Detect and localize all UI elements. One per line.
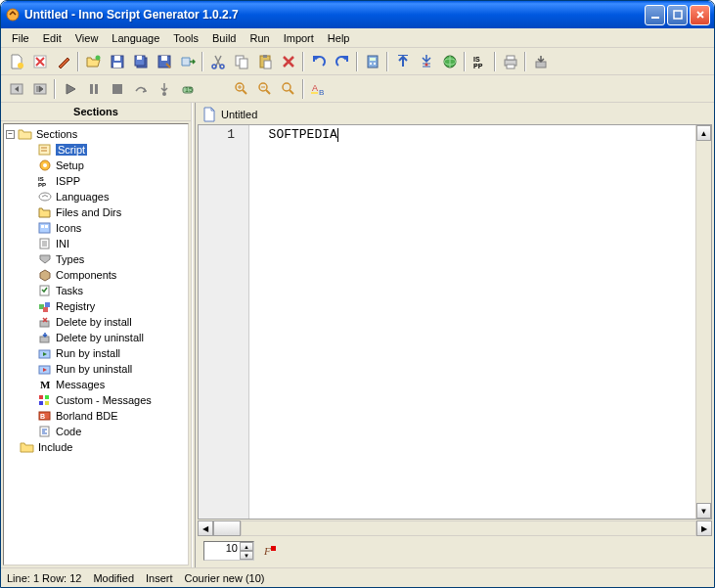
tree-item-files-and-dirs[interactable]: Files and Dirs: [6, 204, 186, 220]
tree-item-code[interactable]: Code: [6, 424, 186, 439]
step-into-icon[interactable]: [153, 78, 175, 100]
tree-item-delete-by-install[interactable]: Delete by install: [6, 314, 186, 330]
export-icon[interactable]: [176, 51, 199, 72]
undo-icon[interactable]: [307, 51, 330, 72]
app-icon: [5, 7, 21, 23]
tree-item-borland-bde[interactable]: BBorland BDE: [6, 408, 186, 424]
scroll-down-icon[interactable]: ▼: [696, 503, 711, 519]
print-icon[interactable]: [153, 51, 175, 72]
svg-rect-1: [651, 17, 659, 19]
tree-item-ispp[interactable]: ISPPISPP: [6, 173, 186, 189]
menu-help[interactable]: Help: [321, 30, 357, 46]
tree-root-include[interactable]: Include: [6, 439, 186, 455]
menu-build[interactable]: Build: [205, 30, 243, 46]
tree-item-icons[interactable]: Icons: [6, 220, 186, 236]
splitter[interactable]: [192, 103, 196, 567]
menu-tools[interactable]: Tools: [166, 30, 205, 46]
code-editor[interactable]: 1 SOFTPEDIA ▲ ▼: [198, 124, 712, 520]
cancel-icon[interactable]: [28, 51, 51, 72]
vertical-scrollbar[interactable]: ▲ ▼: [695, 125, 711, 519]
redo-icon[interactable]: [331, 51, 353, 72]
zoom-out-icon[interactable]: [253, 78, 276, 100]
step-icon[interactable]: [28, 78, 51, 100]
rewind-icon[interactable]: [5, 78, 27, 100]
tree-item-run-by-install[interactable]: Run by install: [6, 345, 186, 361]
menu-edit[interactable]: Edit: [36, 30, 68, 46]
brush-icon[interactable]: [52, 51, 74, 72]
svg-rect-32: [507, 56, 514, 60]
tree-item-custom-messages[interactable]: Custom - Messages: [6, 392, 186, 408]
tree-label: Borland BDE: [56, 410, 118, 422]
scroll-left-icon[interactable]: ◀: [198, 520, 213, 536]
menu-run[interactable]: Run: [243, 30, 276, 46]
collapse-icon[interactable]: −: [6, 130, 15, 139]
scroll-up-icon[interactable]: ▲: [696, 125, 711, 141]
printer-icon[interactable]: [499, 51, 521, 72]
tree-label: Messages: [56, 379, 105, 390]
files-icon: [37, 204, 53, 220]
font-size-input[interactable]: 10 ▲▼: [203, 541, 254, 561]
menu-import[interactable]: Import: [277, 30, 321, 46]
open-folder-icon[interactable]: [82, 51, 105, 72]
breakpoint-icon[interactable]: 15: [176, 78, 199, 100]
cut-icon[interactable]: [206, 51, 229, 72]
line-gutter: 1: [199, 125, 249, 519]
svg-point-15: [220, 65, 224, 68]
svg-point-3: [18, 63, 23, 68]
new-file-icon[interactable]: [5, 51, 27, 72]
tree-item-script[interactable]: Script: [6, 142, 186, 158]
calc-icon[interactable]: [361, 51, 383, 72]
menu-file[interactable]: File: [5, 30, 36, 46]
paste-icon[interactable]: [253, 51, 276, 72]
scroll-right-icon[interactable]: ▶: [696, 520, 712, 536]
tree-root-sections[interactable]: − Sections: [6, 126, 186, 142]
menu-view[interactable]: View: [68, 30, 106, 46]
tree-item-registry[interactable]: Registry: [6, 298, 186, 314]
play-icon[interactable]: [59, 78, 81, 100]
ispp-icon[interactable]: ISPP: [469, 51, 491, 72]
font-dialog-button[interactable]: F: [258, 540, 281, 562]
save-all-icon[interactable]: [129, 51, 152, 72]
tree-item-tasks[interactable]: Tasks: [6, 283, 186, 298]
statusbar: Line: 1 Row: 12 Modified Insert Courier …: [1, 567, 714, 587]
tree-item-ini[interactable]: INI: [6, 236, 186, 251]
horizontal-scrollbar[interactable]: ◀ ▶: [198, 520, 712, 536]
copy-icon[interactable]: [230, 51, 252, 72]
spin-down-icon: ▼: [240, 551, 253, 560]
svg-rect-63: [40, 321, 49, 327]
font-size-spinner[interactable]: ▲▼: [240, 542, 253, 560]
delete-icon[interactable]: [277, 51, 299, 72]
step-over-icon[interactable]: [129, 78, 152, 100]
svg-point-40: [162, 92, 166, 96]
highlight-icon[interactable]: AB: [307, 78, 330, 100]
tree-item-languages[interactable]: Languages: [6, 189, 186, 204]
tree-item-run-by-uninstall[interactable]: Run by uninstall: [6, 361, 186, 377]
tree-item-types[interactable]: Types: [6, 251, 186, 267]
move-down-icon[interactable]: [415, 51, 437, 72]
stop-icon[interactable]: [106, 78, 128, 100]
zoom-reset-icon[interactable]: [277, 78, 299, 100]
tree-item-messages[interactable]: MMessages: [6, 377, 186, 392]
maximize-button[interactable]: [667, 5, 688, 25]
menu-language[interactable]: Language: [105, 30, 166, 46]
delu-icon: [37, 330, 53, 345]
tree-item-delete-by-uninstall[interactable]: Delete by uninstall: [6, 330, 186, 345]
close-button[interactable]: [690, 5, 710, 25]
uninstall-icon[interactable]: [529, 51, 552, 72]
svg-rect-7: [114, 56, 120, 61]
code-area[interactable]: SOFTPEDIA: [249, 125, 695, 519]
tree-item-components[interactable]: Components: [6, 267, 186, 283]
scroll-thumb[interactable]: [213, 520, 241, 536]
minimize-button[interactable]: [645, 5, 665, 25]
folder-icon: [20, 439, 35, 455]
move-up-icon[interactable]: [391, 51, 414, 72]
save-icon[interactable]: [106, 51, 128, 72]
svg-rect-68: [39, 395, 43, 399]
file-tab[interactable]: Untitled: [198, 105, 712, 124]
tree-item-setup[interactable]: Setup: [6, 158, 186, 173]
globe-icon[interactable]: [438, 51, 461, 72]
sections-tree[interactable]: − Sections ScriptSetupISPPISPPLanguagesF…: [3, 123, 189, 565]
zoom-in-icon[interactable]: [230, 78, 252, 100]
svg-rect-48: [311, 92, 318, 94]
pause-icon[interactable]: [82, 78, 105, 100]
